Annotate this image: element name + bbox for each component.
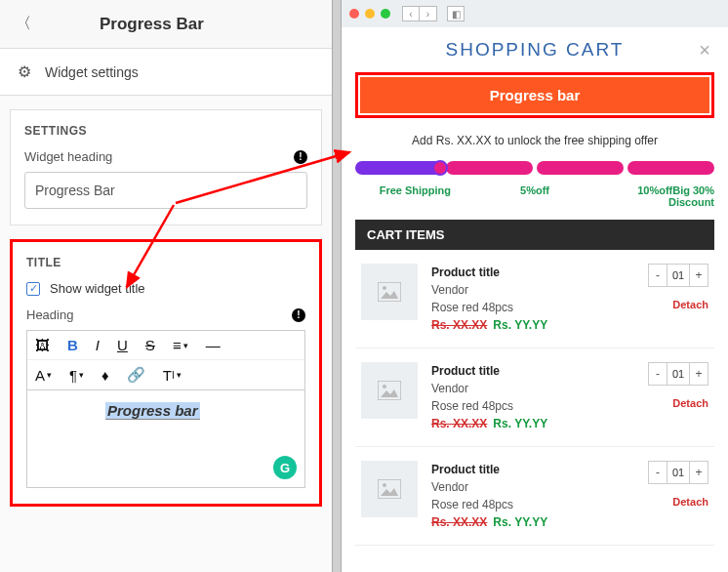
item-variant: Rose red 48pcs [431,496,634,513]
widget-settings-label: Widget settings [45,64,139,80]
heading-label: Heading [26,307,73,322]
panel-divider[interactable] [332,0,342,572]
title-section: TITLE ✓ Show widget title Heading ! 🖼 B … [10,239,322,507]
cart-items-list: Product titleVendorRose red 48pcsRs. XX.… [355,250,714,546]
item-thumb [361,264,418,320]
item-price-old: Rs. XX.XX [431,417,487,430]
progress-track [355,161,714,184]
back-icon[interactable]: 〈 [16,14,31,34]
image-icon[interactable]: 🖼 [35,337,50,353]
progress-labels: Free Shipping 5%off 10%offBig 30% Discou… [355,184,714,220]
italic-button[interactable]: I [96,337,100,353]
item-info: Product titleVendorRose red 48pcsRs. XX.… [431,264,634,334]
detach-link[interactable]: Detach [648,299,708,310]
unlock-text: Add Rs. XX.XX to unlock the free shippin… [355,122,714,161]
progress-bar-highlight: Progress bar [355,72,714,118]
close-icon[interactable]: × [699,39,710,61]
title-section-title: TITLE [26,256,305,269]
progress-bar-widget: Progress bar [360,77,709,113]
item-actions: -01+Detach [648,362,708,432]
qty-minus-button[interactable]: - [649,363,667,385]
settings-panel: 〈 Progress Bar ⚙ Widget settings SETTING… [0,0,332,572]
heading-editor[interactable]: Progress bar G [26,390,305,488]
qty-plus-button[interactable]: + [690,363,708,385]
item-title: Product title [431,264,634,281]
item-variant: Rose red 48pcs [431,299,634,316]
item-info: Product titleVendorRose red 48pcsRs. XX.… [431,461,634,531]
item-price-new: Rs. YY.YY [493,515,547,529]
window-minimize-icon[interactable] [365,9,375,19]
cart-preview: SHOPPING CART × Progress bar Add Rs. XX.… [342,27,728,546]
svg-point-1 [383,286,386,290]
paragraph-button[interactable]: ¶▾ [69,367,84,384]
strikethrough-button[interactable]: S [145,337,155,353]
checkbox-icon[interactable]: ✓ [26,282,40,296]
item-price-old: Rs. XX.XX [431,515,487,529]
item-price-new: Rs. YY.YY [493,417,547,430]
text-format-button[interactable]: TI▾ [163,367,182,384]
editor-text[interactable]: Progress bar [105,402,200,420]
widget-heading-label: Widget heading [24,149,112,164]
detach-link[interactable]: Detach [648,397,708,409]
item-title: Product title [431,362,634,380]
svg-point-3 [383,385,386,388]
info-icon[interactable]: ! [294,150,307,164]
progress-segment [446,161,533,175]
cart-title: SHOPPING CART [446,39,625,61]
item-actions: -01+Detach [648,461,708,531]
cart-item: Product titleVendorRose red 48pcsRs. XX.… [355,447,714,546]
progress-segment [355,161,442,175]
nav-back-icon[interactable]: ‹ [402,6,420,21]
window-close-icon[interactable] [349,9,359,19]
show-widget-title-row[interactable]: ✓ Show widget title [26,281,305,296]
progress-segment [627,161,714,175]
link-button[interactable]: 🔗 [127,366,145,384]
qty-stepper[interactable]: -01+ [648,264,708,287]
qty-value: 01 [667,462,690,483]
qty-stepper[interactable]: -01+ [648,461,708,484]
progress-label: 5%off [475,184,595,208]
item-info: Product titleVendorRose red 48pcsRs. XX.… [431,362,634,432]
nav-forward-icon[interactable]: › [420,6,437,21]
item-actions: -01+Detach [648,264,708,334]
detach-link[interactable]: Detach [648,496,708,508]
item-thumb [361,461,418,517]
info-icon[interactable]: ! [292,308,305,322]
qty-minus-button[interactable]: - [649,462,667,483]
progress-label: Free Shipping [355,184,475,208]
item-vendor: Vendor [431,281,634,299]
item-vendor: Vendor [431,380,634,397]
settings-section-title: SETTINGS [24,124,307,138]
item-variant: Rose red 48pcs [431,397,634,415]
qty-minus-button[interactable]: - [649,265,667,286]
progress-segment [537,161,624,175]
hr-button[interactable]: — [206,337,221,353]
sidebar-toggle-icon[interactable]: ◧ [447,6,465,21]
grammarly-icon[interactable]: G [273,456,297,479]
preview-panel: ‹ › ◧ SHOPPING CART × Progress bar Add R… [342,0,728,572]
panel-title: Progress Bar [100,15,204,34]
cart-item: Product titleVendorRose red 48pcsRs. XX.… [355,250,714,348]
gear-icon: ⚙ [18,62,31,81]
progress-label: 10%offBig 30% Discount [594,184,714,208]
show-widget-title-label: Show widget title [50,281,145,296]
qty-plus-button[interactable]: + [690,462,708,483]
cart-items-header: CART ITEMS [355,220,714,250]
align-button[interactable]: ≡▾ [173,337,188,353]
item-price-new: Rs. YY.YY [493,318,547,332]
qty-stepper[interactable]: -01+ [648,362,708,386]
qty-value: 01 [667,363,690,385]
qty-value: 01 [667,265,690,286]
underline-button[interactable]: U [117,337,128,353]
widget-settings-row[interactable]: ⚙ Widget settings [0,49,332,96]
window-maximize-icon[interactable] [381,9,390,19]
cart-item: Product titleVendorRose red 48pcsRs. XX.… [355,348,714,447]
font-button[interactable]: A▾ [35,367,52,384]
browser-chrome: ‹ › ◧ [342,0,728,27]
qty-plus-button[interactable]: + [690,265,708,286]
bold-button[interactable]: B [67,337,78,353]
progress-knob-icon [432,160,448,176]
color-button[interactable]: ♦ [101,367,109,384]
widget-heading-input[interactable] [24,172,307,209]
editor-toolbar: 🖼 B I U S ≡▾ — A▾ ¶▾ ♦ 🔗 TI▾ [26,330,305,390]
